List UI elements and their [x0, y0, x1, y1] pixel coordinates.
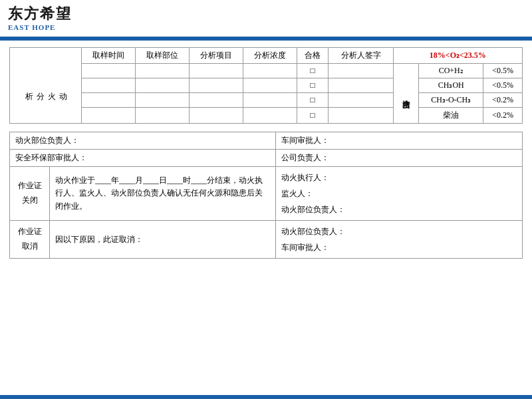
sample-part-1: [136, 64, 190, 78]
fire-monitor-label: 监火人：: [281, 186, 517, 201]
cancel-right: 动火部位负责人： 车间审批人：: [276, 221, 523, 259]
logo-english: EAST HOPE: [8, 23, 55, 31]
lower-row-2: 安全环保部审批人： 公司负责人：: [10, 150, 523, 167]
spec-label: 合格浓度: [393, 64, 418, 124]
workshop-approver-cancel: 车间审批人：: [281, 239, 517, 255]
sample-time-1: [82, 64, 136, 78]
checkbox-1: □: [297, 64, 329, 78]
sample-part-4: [136, 108, 190, 124]
closure-label: 作业证关闭: [10, 167, 50, 221]
sample-time-3: [82, 93, 136, 108]
col-analyst-sign: 分析人签字: [329, 48, 393, 64]
analysis-item-2: [189, 78, 243, 93]
cancel-label: 作业证取消: [10, 221, 50, 259]
closure-right: 动火执行人： 监火人： 动火部位负责人：: [276, 167, 523, 221]
analysis-item-4: [189, 108, 243, 124]
table-row: □ 合格浓度 CO+H₂ <0.5%: [10, 64, 523, 78]
workshop-approver: 车间审批人：: [276, 132, 523, 150]
lower-row-1: 动火部位负责人： 车间审批人：: [10, 132, 523, 150]
sample-time-2: [82, 78, 136, 93]
sample-part-2: [136, 78, 190, 93]
spec-header: 18%<O₂<23.5%: [393, 48, 522, 64]
dept-head-cancel: 动火部位负责人：: [281, 223, 517, 239]
executor-label: 动火执行人：: [281, 170, 517, 186]
closure-text: 动火作业于____年____月____日____时____分结束，动火执行人、监…: [55, 176, 263, 210]
analyst-sign-3: [329, 93, 393, 108]
upper-table: 动火分析 取样时间 取样部位 分析项目 分析浓度 合格 分析人签字 18%<O₂…: [9, 47, 523, 124]
col-qualified: 合格: [297, 48, 329, 64]
analyst-sign-1: [329, 64, 393, 78]
col-analysis-conc: 分析浓度: [243, 48, 297, 64]
lower-row-closure: 作业证关闭 动火作业于____年____月____日____时____分结束，动…: [10, 167, 523, 221]
analyst-sign-4: [329, 108, 393, 124]
table-header-row: 动火分析 取样时间 取样部位 分析项目 分析浓度 合格 分析人签字 18%<O₂…: [10, 48, 523, 64]
main-content: 动火分析 取样时间 取样部位 分析项目 分析浓度 合格 分析人签字 18%<O₂…: [0, 41, 532, 265]
compound-1: CO+H₂: [419, 64, 483, 78]
analysis-conc-3: [243, 93, 297, 108]
compound-2: CH₃OH: [419, 78, 483, 93]
checkbox-4: □: [297, 108, 329, 124]
header: 东方希望 EAST HOPE: [0, 0, 532, 37]
compound-4: 柴油: [419, 108, 483, 124]
table-row: □ CH₃-O-CH₃ <0.2%: [10, 93, 523, 108]
analysis-conc-4: [243, 108, 297, 124]
logo-area: 东方希望 EAST HOPE: [8, 5, 72, 31]
fire-dept-head: 动火部位负责人：: [10, 132, 276, 150]
cancel-content: 因以下原因，此证取消：: [50, 221, 276, 259]
checkbox-3: □: [297, 93, 329, 108]
analysis-conc-1: [243, 64, 297, 78]
safety-approver: 安全环保部审批人：: [10, 150, 276, 167]
analysis-item-3: [189, 93, 243, 108]
analysis-conc-2: [243, 78, 297, 93]
sample-part-3: [136, 93, 190, 108]
lower-table: 动火部位负责人： 车间审批人： 安全环保部审批人： 公司负责人： 作业证关闭 动…: [9, 132, 523, 259]
analyst-sign-2: [329, 78, 393, 93]
col-analysis-item: 分析项目: [189, 48, 243, 64]
compound-3: CH₃-O-CH₃: [419, 93, 483, 108]
bottom-blue-bar: [0, 395, 532, 399]
logo-chinese: 东方希望: [8, 5, 72, 23]
sample-time-4: [82, 108, 136, 124]
col-sample-part: 取样部位: [136, 48, 190, 64]
dong-label: 动火分析: [10, 48, 82, 124]
col-sample-time: 取样时间: [82, 48, 136, 64]
dept-head-closure: 动火部位负责人：: [281, 201, 517, 217]
table-row: □ CH₃OH <0.5%: [10, 78, 523, 93]
company-head: 公司负责人：: [276, 150, 523, 167]
cancel-text: 因以下原因，此证取消：: [55, 235, 143, 244]
table-row: □ 柴油 <0.2%: [10, 108, 523, 124]
lower-row-cancel: 作业证取消 因以下原因，此证取消： 动火部位负责人： 车间审批人：: [10, 221, 523, 259]
checkbox-2: □: [297, 78, 329, 93]
value-2: <0.5%: [483, 78, 523, 93]
value-1: <0.5%: [483, 64, 523, 78]
closure-content: 动火作业于____年____月____日____时____分结束，动火执行人、监…: [50, 167, 276, 221]
value-3: <0.2%: [483, 93, 523, 108]
analysis-item-1: [189, 64, 243, 78]
value-4: <0.2%: [483, 108, 523, 124]
